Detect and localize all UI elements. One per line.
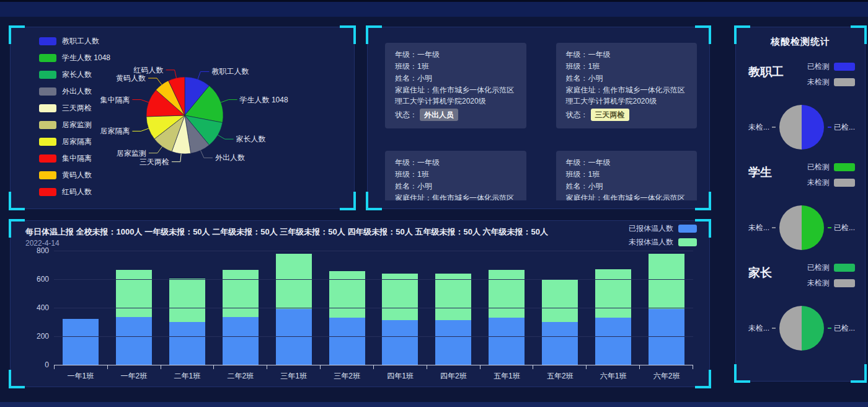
- x-axis-tick: [108, 365, 161, 369]
- bar-segment-reported[interactable]: [116, 317, 152, 365]
- nat-legend-label: 未检测: [807, 177, 830, 188]
- gridline: [54, 336, 693, 337]
- pie-label-line: [221, 100, 237, 102]
- x-axis-category-label: 四年1班: [374, 371, 427, 382]
- x-axis-category-label: 六年1班: [587, 371, 640, 382]
- student-card: 年级：一年级班级：1班姓名：小明家庭住址：焦作市城乡一体化示范区理工大学计算机学…: [556, 151, 698, 200]
- bar-segment-reported[interactable]: [382, 320, 418, 365]
- bar-segment-reported[interactable]: [595, 318, 631, 365]
- card-status-row: 状态：三天两检: [566, 109, 688, 121]
- bar-legend-item[interactable]: 未报体温人数: [629, 237, 697, 248]
- nat-half-pie[interactable]: [779, 105, 824, 150]
- bar-chart-title: 每日体温上报 全校未报：1000人 一年级未报：50人 二年级未报：50人 三年…: [25, 226, 548, 238]
- bar-stack: [63, 319, 99, 365]
- bar-segment-unreported[interactable]: [542, 279, 578, 322]
- pie-slice-label: 集中隔离: [100, 96, 130, 104]
- bar-segment-unreported[interactable]: [116, 270, 152, 317]
- bar-segment-reported[interactable]: [276, 309, 312, 365]
- nat-legend-item[interactable]: 未检测: [807, 278, 855, 288]
- x-axis-tick: [427, 365, 480, 369]
- card-field: 年级：一年级: [395, 49, 516, 60]
- bar-segment-reported[interactable]: [649, 309, 684, 365]
- card-field: 年级：一年级: [395, 157, 516, 168]
- bar-segment-reported[interactable]: [435, 320, 471, 365]
- dashboard-root: 教职工人数学生人数 1048家长人数外出人数三天两检居家监测居家隔离集中隔离黄码…: [0, 0, 868, 407]
- nat-section-legend: 已检测未检测: [807, 262, 855, 293]
- nat-legend-item[interactable]: 未检测: [807, 77, 855, 87]
- x-axis-category-label: 五年1班: [480, 371, 533, 382]
- bar-segment-unreported[interactable]: [435, 274, 471, 320]
- pie-label-line: [132, 100, 148, 102]
- status-badge: 外出人员: [420, 109, 458, 121]
- nat-group-title: 教职工: [748, 64, 784, 80]
- gridline: [54, 251, 693, 251]
- x-axis-tick: [267, 365, 321, 369]
- bar-stack: [435, 274, 471, 365]
- nat-legend-label: 已检测: [807, 162, 830, 172]
- corner-bracket: [9, 370, 25, 388]
- untested-label-line: [772, 127, 776, 128]
- card-status-row: 状态：外出人员: [395, 109, 516, 121]
- card-field: 班级：1班: [395, 61, 516, 72]
- nat-section-header: 学生已检测未检测: [748, 162, 855, 193]
- nat-section-legend: 已检测未检测: [807, 61, 855, 92]
- corner-bracket: [366, 25, 382, 44]
- bar-segment-reported[interactable]: [63, 319, 99, 365]
- nat-section-家长: 家长已检测未检测未检...已检...: [748, 262, 855, 351]
- nat-half-pie[interactable]: [779, 205, 824, 250]
- bar-segment-unreported[interactable]: [329, 271, 365, 318]
- card-field: 家庭住址：焦作市城乡一体化示范区理工大学计算机学院2020级: [395, 84, 516, 107]
- bar-segment-unreported[interactable]: [169, 279, 205, 322]
- untested-label-line: [772, 328, 776, 329]
- nat-section-学生: 学生已检测未检测未检...已检...: [748, 162, 855, 250]
- nat-pie-row: 未检...已检...: [748, 105, 855, 150]
- nat-legend-item[interactable]: 已检测: [807, 162, 855, 172]
- bottom-banner-band: [0, 402, 868, 407]
- bar-segment-reported[interactable]: [169, 322, 205, 365]
- legend-color-chip: [834, 179, 855, 187]
- bar-segment-unreported[interactable]: [276, 254, 312, 310]
- y-axis-label: 800: [25, 246, 49, 255]
- nat-legend-item[interactable]: 已检测: [807, 61, 855, 72]
- student-card: 年级：一年级班级：1班姓名：小明家庭住址：焦作市城乡一体化示范区理工大学计算机学…: [385, 151, 526, 200]
- bar-stack: [116, 270, 152, 365]
- nat-section-教职工: 教职工已检测未检测未检...已检...: [748, 61, 855, 150]
- x-axis-tick: [374, 365, 427, 369]
- nat-half-pie[interactable]: [779, 306, 824, 351]
- x-axis-category-label: 二年2班: [214, 371, 267, 382]
- bar-segment-unreported[interactable]: [649, 254, 684, 310]
- x-axis-tick: [161, 365, 215, 369]
- bar-segment-unreported[interactable]: [595, 269, 631, 318]
- student-cards-list: 年级：一年级班级：1班姓名：小明家庭住址：焦作市城乡一体化示范区理工大学计算机学…: [385, 43, 697, 200]
- nat-legend-label: 未检测: [807, 77, 830, 87]
- bar-segment-reported[interactable]: [542, 322, 578, 365]
- student-card: 年级：一年级班级：1班姓名：小明家庭住址：焦作市城乡一体化示范区理工大学计算机学…: [385, 43, 526, 128]
- pie-slice-label: 外出人数: [215, 153, 245, 162]
- bar-stack: [223, 270, 259, 365]
- nat-legend-item[interactable]: 未检测: [807, 177, 855, 188]
- x-axis-ticks: [54, 365, 693, 369]
- pie-slice-label: 黄码人数: [116, 74, 146, 83]
- bar-segment-unreported[interactable]: [489, 270, 525, 318]
- nat-legend-label: 已检测: [807, 61, 830, 72]
- bar-segment-reported[interactable]: [223, 317, 259, 365]
- x-axis-category-label: 四年2班: [427, 371, 480, 382]
- x-axis-category-label: 一年2班: [107, 371, 161, 382]
- nat-section-header: 家长已检测未检测: [748, 262, 855, 293]
- bar-segment-unreported[interactable]: [223, 270, 259, 317]
- bar-legend-item[interactable]: 已报体温人数: [629, 223, 697, 234]
- bar-segment-reported[interactable]: [329, 318, 365, 365]
- nat-legend-item[interactable]: 已检测: [807, 262, 855, 273]
- x-axis-tick: [214, 365, 267, 369]
- pie-slice-label: 居家监测: [117, 149, 146, 158]
- bar-segment-reported[interactable]: [489, 318, 525, 365]
- bar-segment-unreported[interactable]: [382, 274, 418, 320]
- bar-plot-area: 0200400600800 一年1班一年2班二年1班二年2班三年1班三年2班四年…: [54, 251, 693, 382]
- tested-label-line: [828, 127, 831, 128]
- x-axis-tick: [640, 365, 693, 369]
- untested-label-line: [772, 227, 776, 228]
- student-cards-panel: 年级：一年级班级：1班姓名：小明家庭住址：焦作市城乡一体化示范区理工大学计算机学…: [367, 27, 710, 209]
- x-axis-labels: 一年1班一年2班二年1班二年2班三年1班三年2班四年1班四年2班五年1班五年2班…: [54, 371, 693, 382]
- corner-bracket: [366, 192, 382, 210]
- y-axis-label: 200: [25, 332, 49, 341]
